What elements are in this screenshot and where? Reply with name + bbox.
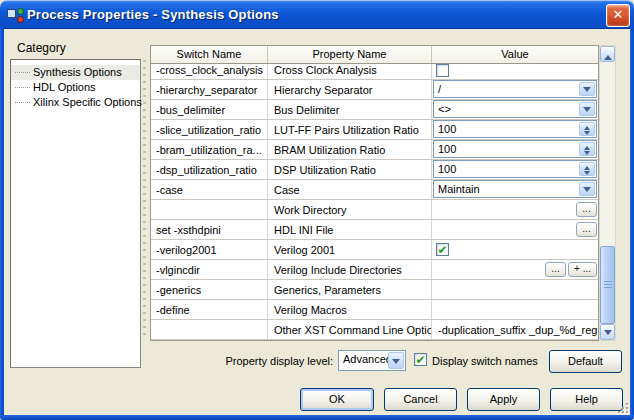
table-row[interactable]: -verilog2001Verilog 2001✔ — [151, 240, 598, 260]
resize-grip[interactable] — [618, 403, 630, 415]
scrollbar-thumb[interactable] — [600, 246, 615, 324]
property-name-cell: LUT-FF Pairs Utilization Ratio — [268, 120, 432, 139]
check-icon: ✔ — [415, 355, 425, 365]
column-header-value: Value — [432, 46, 598, 63]
value-combo[interactable]: Maintain — [433, 180, 597, 198]
tree-item-synthesis-options[interactable]: Synthesis Options — [11, 65, 140, 80]
property-name-cell: Work Directory — [268, 200, 432, 219]
value-checkbox[interactable] — [436, 64, 449, 77]
tree-item-hdl-options[interactable]: HDL Options — [11, 80, 140, 95]
table-row[interactable]: Work Directory... — [151, 200, 598, 220]
table-row[interactable]: -bram_utilization_ra...BRAM Utilization … — [151, 140, 598, 160]
value-combo[interactable]: / — [433, 80, 597, 98]
browse-button[interactable]: ... — [576, 222, 597, 237]
value-combo[interactable]: <> — [433, 100, 597, 118]
property-name-cell: Verilog Macros — [268, 300, 432, 319]
combo-arrow-button[interactable] — [579, 182, 595, 196]
value-cell: Maintain — [432, 180, 598, 199]
table-row[interactable]: -slice_utilization_ratioLUT-FF Pairs Uti… — [151, 120, 598, 140]
combo-arrow-button[interactable] — [388, 352, 404, 369]
switch-name-cell: -bram_utilization_ra... — [151, 140, 268, 159]
value-cell: -duplication_suffix _dup_%d_reg — [432, 320, 598, 339]
value-cell: 100 — [432, 160, 598, 179]
value-cell: <> — [432, 100, 598, 119]
property-name-cell: Verilog Include Directories — [268, 260, 432, 279]
property-display-level-combo[interactable]: Advanced — [338, 350, 406, 371]
value-text: <> — [434, 103, 596, 115]
chevron-down-icon — [392, 359, 400, 368]
table-row[interactable]: -genericsGenerics, Parameters — [151, 280, 598, 300]
spinner-buttons[interactable] — [579, 142, 595, 156]
switch-name-cell — [151, 200, 268, 219]
spinner-down-button[interactable] — [580, 149, 594, 155]
table-row[interactable]: -bus_delimiterBus Delimiter<> — [151, 100, 598, 120]
chevron-up-icon — [604, 51, 612, 60]
switch-name-cell: -bus_delimiter — [151, 100, 268, 119]
value-cell — [432, 300, 598, 319]
table-row[interactable]: -dsp_utilization_ratioDSP Utilization Ra… — [151, 160, 598, 180]
property-name-cell: HDL INI File — [268, 220, 432, 239]
chevron-down-icon — [604, 330, 612, 339]
table-row[interactable]: -hierarchy_separatorHierarchy Separator/ — [151, 80, 598, 100]
value-text: 100 — [434, 163, 596, 175]
switch-name-cell: -cross_clock_analysis — [151, 64, 268, 80]
display-switch-names-label: Display switch names — [432, 355, 538, 367]
value-text: Maintain — [434, 183, 596, 195]
display-switch-names-checkbox[interactable]: ✔ — [414, 353, 427, 366]
spinner-buttons[interactable] — [579, 162, 595, 176]
tree-item-xilinx-specific-options[interactable]: Xilinx Specific Options — [11, 95, 140, 110]
default-button[interactable]: Default — [549, 350, 622, 373]
close-icon: ✕ — [613, 7, 624, 22]
window-frame-left — [0, 28, 4, 416]
table-row[interactable]: set -xsthdpiniHDL INI File... — [151, 220, 598, 240]
panel-splitter[interactable] — [143, 60, 146, 340]
titlebar[interactable]: Process Properties - Synthesis Options ✕ — [0, 0, 634, 29]
spinner-down-button[interactable] — [580, 129, 594, 135]
table-row[interactable]: -caseCaseMaintain — [151, 180, 598, 200]
table-row[interactable]: -defineVerilog Macros — [151, 300, 598, 320]
value-spinner[interactable]: 100 — [433, 140, 597, 158]
property-display-level-label: Property display level: — [180, 355, 333, 367]
property-name-cell: Bus Delimiter — [268, 100, 432, 119]
spinner-down-button[interactable] — [580, 169, 594, 175]
combo-arrow-button[interactable] — [579, 102, 595, 116]
tree-branch-line — [15, 72, 30, 73]
tree-branch-line — [15, 102, 30, 103]
property-name-cell: Cross Clock Analysis — [268, 64, 432, 80]
combo-arrow-button[interactable] — [579, 82, 595, 96]
property-name-cell: BRAM Utilization Ratio — [268, 140, 432, 159]
value-text: 100 — [434, 143, 596, 155]
table-row[interactable]: -cross_clock_analysisCross Clock Analysi… — [151, 64, 598, 80]
value-cell: ✔ — [432, 240, 598, 259]
switch-name-cell: -generics — [151, 280, 268, 299]
value-text: 100 — [434, 123, 596, 135]
column-header-property-name: Property Name — [268, 46, 432, 63]
switch-name-cell: -define — [151, 300, 268, 319]
cancel-button[interactable]: Cancel — [384, 388, 457, 411]
add-browse-button[interactable]: + ... — [568, 262, 597, 277]
value-spinner[interactable]: 100 — [433, 160, 597, 178]
table-row[interactable]: -vlgincdirVerilog Include Directories...… — [151, 260, 598, 280]
chevron-down-icon — [584, 151, 590, 158]
apply-button[interactable]: Apply — [467, 388, 540, 411]
property-display-level-value: Advanced — [343, 353, 392, 365]
value-checkbox[interactable]: ✔ — [436, 243, 449, 256]
close-button[interactable]: ✕ — [606, 4, 630, 27]
app-icon — [7, 7, 23, 23]
spinner-buttons[interactable] — [579, 122, 595, 136]
value-cell: / — [432, 80, 598, 99]
switch-name-cell — [151, 320, 268, 339]
vertical-scrollbar[interactable] — [599, 45, 616, 341]
table-row[interactable]: Other XST Command Line Options-duplicati… — [151, 320, 598, 340]
browse-button[interactable]: ... — [545, 262, 566, 277]
scroll-down-button[interactable] — [600, 324, 615, 340]
category-tree: Synthesis Options HDL Options Xilinx Spe… — [10, 59, 141, 368]
help-button[interactable]: Help — [550, 388, 623, 411]
check-icon: ✔ — [437, 245, 447, 255]
scroll-up-button[interactable] — [600, 46, 615, 62]
value-spinner[interactable]: 100 — [433, 120, 597, 138]
browse-button[interactable]: ... — [576, 202, 597, 217]
value-text: -duplication_suffix _dup_%d_reg — [432, 324, 597, 336]
ok-button[interactable]: OK — [300, 388, 374, 411]
value-cell — [432, 64, 598, 80]
